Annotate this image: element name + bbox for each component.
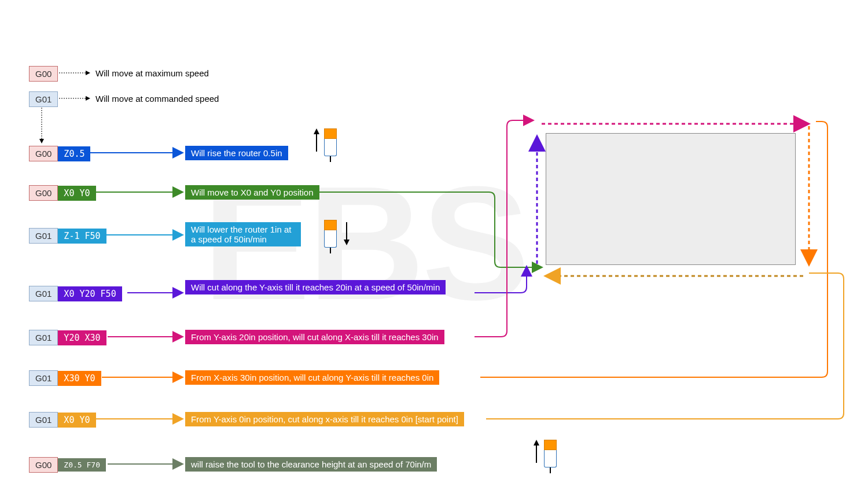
desc-5: From X-axis 30in position, will cut alon…	[185, 370, 439, 385]
desc-6: From Y-axis 0in position, cut along x-ax…	[185, 412, 464, 426]
gcode-5: G01	[29, 370, 58, 386]
code-row-0: G00 Z0.5	[29, 146, 90, 161]
svg-marker-3	[344, 240, 350, 245]
arrow-up-icon-2	[532, 440, 540, 463]
param-7: Z0.5 F70	[58, 458, 106, 472]
router-icon-up-2	[544, 440, 557, 473]
svg-marker-5	[534, 440, 539, 446]
code-row-5: G01 X30 Y0	[29, 370, 101, 386]
legend-g00-code: G00	[29, 66, 58, 82]
gcode-1: G00	[29, 185, 58, 201]
code-row-7: G00 Z0.5 F70	[29, 457, 106, 473]
desc-0: Will rise the router 0.5in	[185, 146, 288, 160]
param-4: Y20 X30	[58, 330, 106, 345]
param-2: Z-1 F50	[58, 229, 106, 244]
toolpath-canvas	[546, 133, 796, 265]
param-5: X30 Y0	[58, 371, 101, 386]
gcode-7: G00	[29, 457, 58, 473]
arrow-down-icon	[343, 222, 351, 245]
param-0: Z0.5	[58, 146, 90, 161]
router-icon-down	[324, 220, 337, 253]
legend-g01-row: G01	[29, 91, 58, 107]
legend-g00-text: Will move at maximum speed	[95, 68, 209, 78]
arrow-up-icon-1	[312, 128, 321, 152]
desc-3: Will cut along the Y-axis till it reache…	[185, 280, 446, 294]
gcode-6: G01	[29, 412, 58, 428]
code-row-4: G01 Y20 X30	[29, 330, 106, 345]
param-1: X0 Y0	[58, 186, 95, 201]
legend-g00-row: G00	[29, 66, 58, 82]
gcode-3: G01	[29, 286, 58, 301]
param-6: X0 Y0	[58, 413, 95, 428]
svg-marker-1	[314, 128, 319, 134]
gcode-0: G00	[29, 146, 58, 161]
desc-1: Will move to X0 and Y0 position	[185, 185, 319, 200]
code-row-1: G00 X0 Y0	[29, 185, 96, 201]
desc-2: Will lower the router 1in at a speed of …	[185, 222, 301, 246]
legend-g01-text: Will move at commanded speed	[95, 94, 219, 104]
code-row-2: G01 Z-1 F50	[29, 228, 106, 244]
code-row-6: G01 X0 Y0	[29, 412, 96, 428]
gcode-2: G01	[29, 228, 58, 244]
gcode-4: G01	[29, 330, 58, 345]
legend-g01-code: G01	[29, 91, 58, 107]
param-3: X0 Y20 F50	[58, 286, 122, 301]
router-icon-up-1	[324, 128, 337, 162]
code-row-3: G01 X0 Y20 F50	[29, 286, 122, 301]
desc-7: will raise the tool to the clearance hei…	[185, 457, 437, 472]
desc-4: From Y-axis 20in position, will cut alon…	[185, 330, 444, 344]
